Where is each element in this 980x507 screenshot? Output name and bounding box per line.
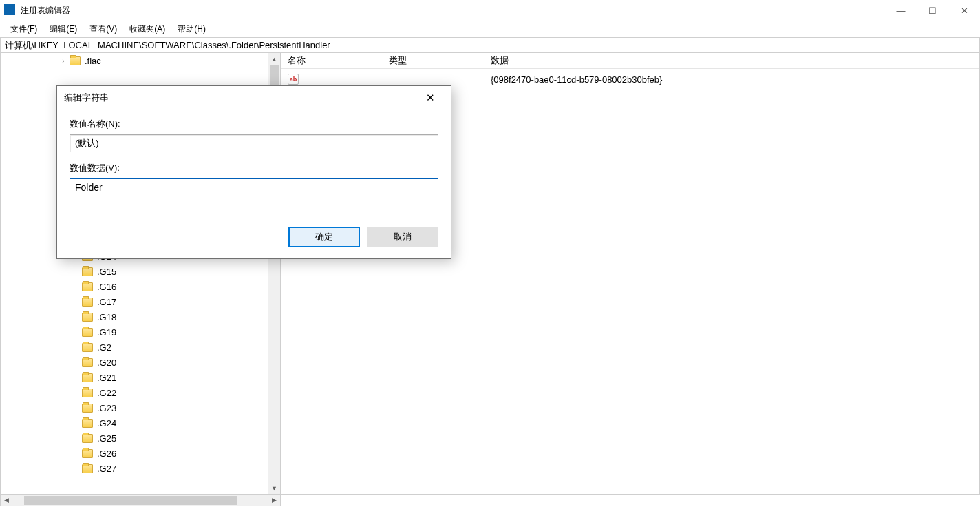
value-name-text: (默认): [75, 137, 99, 149]
scroll-thumb[interactable]: [270, 65, 279, 88]
ok-button[interactable]: 确定: [288, 227, 360, 247]
value-data-label: 数值数据(V):: [70, 162, 438, 174]
scroll-down-arrow-icon[interactable]: ▼: [268, 482, 280, 494]
value-name-field: (默认): [70, 134, 438, 152]
folder-icon: [82, 373, 93, 382]
window-controls: — ☐ ✕: [885, 0, 980, 21]
cell-data: {098f2470-bae0-11cd-b579-08002b30bfeb}: [484, 74, 979, 85]
folder-icon: [82, 313, 93, 322]
tree-horizontal-scrollbar[interactable]: ◀ ▶: [0, 495, 281, 506]
value-data-field[interactable]: [70, 178, 438, 196]
dialog-body: 数值名称(N): (默认) 数值数据(V):: [57, 110, 451, 217]
folder-icon: [82, 282, 93, 291]
tree-item-label: .G21: [97, 373, 116, 383]
window-titlebar: 注册表编辑器 — ☐ ✕: [0, 0, 980, 21]
tree-item-label: .G18: [97, 312, 116, 322]
tree-item[interactable]: .G16: [1, 279, 268, 294]
folder-icon: [82, 328, 93, 337]
minimize-button[interactable]: —: [885, 0, 917, 21]
list-item[interactable]: ab {098f2470-bae0-11cd-b579-08002b30bfeb…: [281, 72, 979, 87]
tree-item[interactable]: .G22: [1, 385, 268, 400]
close-button[interactable]: ✕: [948, 0, 980, 21]
folder-icon: [82, 298, 93, 307]
tree-item-label: .G16: [97, 282, 116, 292]
tree-item[interactable]: .G23: [1, 400, 268, 415]
app-icon: [4, 4, 17, 17]
scroll-right-arrow-icon[interactable]: ▶: [268, 495, 280, 506]
dialog-button-row: 确定 取消: [57, 217, 451, 258]
tree-item[interactable]: .G26: [1, 446, 268, 461]
col-header-name[interactable]: 名称: [281, 54, 382, 67]
expand-chevron-icon[interactable]: ›: [58, 57, 68, 65]
dialog-titlebar[interactable]: 编辑字符串 ✕: [57, 86, 451, 110]
tree-item-label: .G20: [97, 358, 116, 368]
maximize-button[interactable]: ☐: [917, 0, 948, 21]
close-icon: ✕: [426, 92, 435, 104]
cancel-button[interactable]: 取消: [367, 227, 438, 247]
tree-item-label: .G2: [97, 342, 111, 353]
window-title: 注册表编辑器: [21, 5, 70, 17]
dialog-title: 编辑字符串: [64, 92, 109, 104]
tree-item[interactable]: .G25: [1, 431, 268, 446]
tree-item-label: .G23: [97, 403, 116, 413]
dialog-close-button[interactable]: ✕: [416, 88, 444, 107]
tree-item[interactable]: .G24: [1, 415, 268, 431]
folder-icon: [82, 267, 93, 276]
tree-item[interactable]: .G15: [1, 264, 268, 279]
scroll-up-arrow-icon[interactable]: ▲: [268, 53, 280, 65]
tree-item-label: .G22: [97, 388, 116, 398]
tree-item-label: .G26: [97, 448, 116, 459]
folder-icon: [82, 343, 93, 352]
list-header: 名称 类型 数据: [281, 53, 979, 69]
tree-item-label: .G27: [97, 464, 116, 474]
folder-icon: [82, 434, 93, 443]
folder-icon: [82, 389, 93, 397]
folder-icon: [82, 464, 93, 473]
menu-view[interactable]: 查看(V): [83, 22, 123, 37]
folder-icon: [82, 449, 93, 458]
tree-item-label: .G15: [97, 267, 116, 277]
tree-item[interactable]: ›.flac: [1, 53, 268, 68]
folder-icon: [82, 358, 93, 367]
tree-item[interactable]: .G27: [1, 461, 268, 476]
tree-item-label: .G17: [97, 297, 116, 307]
menu-help[interactable]: 帮助(H): [171, 22, 212, 37]
menu-favorites[interactable]: 收藏夹(A): [123, 22, 171, 37]
tree-item[interactable]: .G20: [1, 355, 268, 370]
tree-item-label: .G25: [97, 433, 116, 444]
col-header-type[interactable]: 类型: [382, 54, 484, 67]
scroll-left-arrow-icon[interactable]: ◀: [1, 495, 12, 506]
tree-item-label: .G19: [97, 327, 116, 338]
value-name-label: 数值名称(N):: [70, 118, 438, 130]
tree-item-label: .flac: [85, 56, 101, 66]
hscroll-track[interactable]: [12, 495, 268, 506]
cell-name: ab: [281, 74, 382, 85]
edit-string-dialog: 编辑字符串 ✕ 数值名称(N): (默认) 数值数据(V): 确定 取消: [56, 85, 451, 259]
address-bar[interactable]: 计算机\HKEY_LOCAL_MACHINE\SOFTWARE\Classes\…: [0, 37, 980, 53]
list-body: ab {098f2470-bae0-11cd-b579-08002b30bfeb…: [281, 69, 979, 87]
tree-item[interactable]: .G19: [1, 324, 268, 340]
string-value-icon: ab: [288, 74, 299, 85]
folder-icon: [70, 56, 81, 65]
menu-file[interactable]: 文件(F): [4, 22, 43, 37]
folder-icon: [82, 419, 93, 428]
tree-item[interactable]: .G17: [1, 294, 268, 309]
col-header-data[interactable]: 数据: [484, 54, 979, 67]
tree-item-label: .G24: [97, 418, 116, 428]
menubar: 文件(F) 编辑(E) 查看(V) 收藏夹(A) 帮助(H): [0, 21, 980, 37]
folder-icon: [82, 404, 93, 413]
menu-edit[interactable]: 编辑(E): [43, 22, 83, 37]
tree-item[interactable]: .G18: [1, 309, 268, 324]
hscroll-thumb[interactable]: [24, 496, 237, 505]
tree-item[interactable]: .G21: [1, 370, 268, 385]
tree-item[interactable]: .G2: [1, 340, 268, 355]
